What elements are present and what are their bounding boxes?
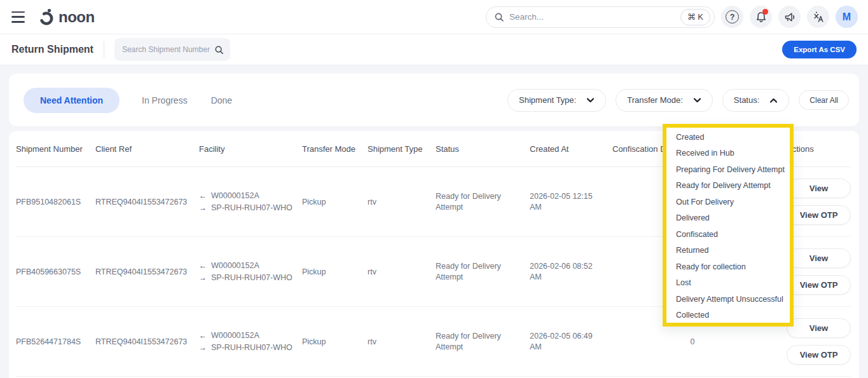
view-otp-button[interactable]: View OTP (787, 345, 851, 365)
arrow-left-icon: ← (199, 260, 207, 271)
language-button[interactable] (807, 6, 829, 28)
status-option-ready-for-delivery-attempt[interactable]: Ready for Delivery Attempt (666, 178, 790, 194)
view-otp-button[interactable]: View OTP (787, 205, 851, 225)
tab-need-attention[interactable]: Need Attention (24, 88, 120, 113)
export-csv-button[interactable]: Export As CSV (782, 41, 857, 58)
notifications-button[interactable] (750, 6, 772, 28)
status-option-preparing-for-delivery-attempt[interactable]: Preparing For Delivery Attempt (666, 161, 790, 178)
filter-status[interactable]: Status: (722, 89, 789, 112)
status: Ready for Delivery Attempt (436, 261, 508, 283)
chevron-down-icon (586, 98, 595, 103)
col-actions: Actions (787, 144, 851, 154)
megaphone-icon (783, 11, 796, 24)
arrow-left-icon: ← (199, 190, 207, 201)
search-icon (214, 45, 224, 55)
filter-label: Status: (734, 95, 759, 105)
status-option-delivered[interactable]: Delivered (666, 210, 790, 227)
transfer-mode: Pickup (302, 337, 368, 346)
page-title: Return Shipment (11, 44, 93, 55)
translate-icon (812, 11, 825, 24)
facility: ←W00000152A →SP-RUH-RUH07-WHO (199, 260, 302, 284)
col-created-at: Created At (530, 144, 612, 154)
row-actions: View View OTP (787, 248, 851, 295)
col-facility: Facility (199, 144, 302, 154)
filter-label: Transfer Mode: (627, 95, 683, 105)
col-confiscation: Confiscation Date (612, 144, 662, 154)
status-option-returned[interactable]: Returned (666, 243, 790, 259)
global-search-input[interactable] (509, 12, 675, 22)
noon-logo: noon (38, 8, 95, 26)
status-dropdown: Created Received in Hub Preparing For De… (663, 124, 794, 327)
shipment-type: rtv (368, 267, 436, 276)
noon-logo-icon (38, 8, 55, 26)
tabs-filters-card: Need Attention In Progress Done Shipment… (9, 74, 859, 126)
arrow-right-icon: → (199, 342, 207, 353)
filters: Shipment Type: Transfer Mode: Status: Cl… (507, 89, 849, 112)
facility: ←W00000152A →SP-RUH-RUH07-WHO (199, 190, 302, 214)
status-option-lost[interactable]: Lost (666, 275, 790, 292)
help-icon: ? (726, 10, 739, 24)
filter-shipment-type[interactable]: Shipment Type: (507, 89, 606, 112)
status-option-ready-for-collection[interactable]: Ready for collection (666, 259, 790, 275)
status: Ready for Delivery Attempt (436, 331, 508, 353)
status-option-out-for-delivery[interactable]: Out For Delivery (666, 194, 790, 210)
shipment-number: PFB5264471784S (16, 337, 95, 346)
transfer-mode: Pickup (302, 198, 368, 206)
arrow-left-icon: ← (199, 330, 207, 341)
global-search[interactable]: ⌘ K (486, 6, 715, 28)
status-option-confiscated[interactable]: Confiscated (666, 226, 790, 243)
help-button[interactable]: ? (721, 6, 743, 28)
client-ref: RTREQ9404I1553472673 (95, 267, 199, 276)
status-option-delivery-attempt-unsuccessful[interactable]: Delivery Attempt Unsuccessful (666, 291, 790, 307)
top-bar: noon ⌘ K ? (0, 0, 868, 34)
shipment-search-input[interactable] (122, 45, 210, 54)
col-shipment-number: Shipment Number (16, 144, 95, 154)
col-shipment-type: Shipment Type (368, 144, 436, 154)
clear-all-button[interactable]: Clear All (799, 90, 849, 110)
tab-in-progress[interactable]: In Progress (141, 88, 189, 113)
shortcut-badge: ⌘ K (680, 9, 710, 25)
tabs: Need Attention In Progress Done (24, 88, 233, 113)
row-actions: View View OTP (787, 179, 851, 225)
filter-transfer-mode[interactable]: Transfer Mode: (616, 89, 713, 112)
status-option-collected[interactable]: Collected (666, 307, 790, 324)
shipment-search[interactable] (114, 38, 230, 61)
client-ref: RTREQ9404I1553472673 (95, 337, 199, 346)
col-status: Status (436, 144, 530, 154)
tab-done[interactable]: Done (210, 88, 233, 113)
facility-to: SP-RUH-RUH07-WHO (211, 202, 293, 214)
chevron-down-icon (693, 98, 701, 103)
notification-dot (762, 9, 768, 15)
page-header: Return Shipment Export As CSV (0, 34, 868, 65)
logo-text: noon (59, 8, 95, 26)
status-option-received-in-hub[interactable]: Received in Hub (666, 145, 790, 162)
facility-to: SP-RUH-RUH07-WHO (211, 342, 293, 354)
view-button[interactable]: View (787, 179, 851, 198)
avatar[interactable]: M (836, 6, 858, 28)
divider (104, 41, 104, 58)
facility-to: SP-RUH-RUH07-WHO (211, 272, 293, 284)
filter-label: Shipment Type: (519, 95, 576, 105)
view-otp-button[interactable]: View OTP (787, 275, 851, 295)
facility-from: W00000152A (211, 330, 259, 342)
view-button[interactable]: View (787, 318, 851, 338)
col-transfer-mode: Transfer Mode (302, 144, 368, 154)
announcements-button[interactable] (778, 6, 801, 28)
status: Ready for Delivery Attempt (436, 191, 508, 213)
shipment-type: rtv (368, 198, 436, 206)
attempts: 0 (662, 337, 723, 346)
chevron-up-icon (769, 98, 778, 103)
created-at: 2026-02-05 06:49 AM (530, 331, 596, 353)
facility-from: W00000152A (211, 190, 259, 202)
search-icon (494, 12, 504, 22)
shipment-type: rtv (368, 337, 436, 346)
client-ref: RTREQ9404I1553472673 (95, 198, 199, 206)
created-at: 2026-02-06 08:52 AM (530, 261, 596, 283)
facility: ←W00000152A →SP-RUH-RUH07-WHO (199, 330, 302, 354)
status-option-created[interactable]: Created (666, 129, 790, 145)
created-at: 2026-02-05 12:15 AM (530, 191, 596, 213)
transfer-mode: Pickup (302, 267, 368, 276)
view-button[interactable]: View (787, 248, 851, 268)
menu-icon[interactable] (10, 11, 27, 24)
col-client-ref: Client Ref (95, 144, 199, 154)
